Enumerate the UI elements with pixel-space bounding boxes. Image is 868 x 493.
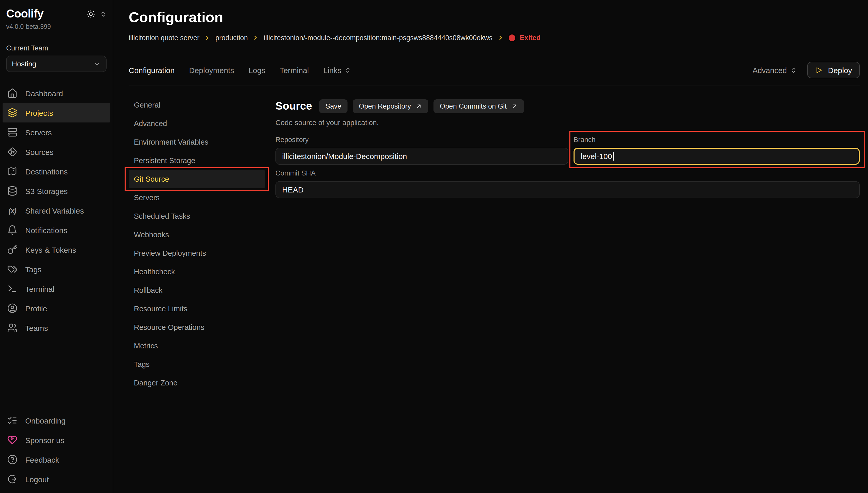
sidebar-item-s3-storages[interactable]: S3 Storages (3, 181, 110, 201)
subnav-item-tags[interactable]: Tags (129, 355, 264, 373)
branch-label: Branch (573, 136, 860, 144)
repository-input[interactable]: illicitestonion/Module-Decomposition (275, 148, 568, 165)
sidebar-item-terminal[interactable]: Terminal (3, 279, 110, 299)
theme-sun-icon[interactable] (86, 9, 95, 18)
advanced-menu[interactable]: Advanced (753, 66, 797, 74)
sidebar-item-sources[interactable]: Sources (3, 142, 110, 162)
sidebar-item-tags[interactable]: Tags (3, 259, 110, 279)
breadcrumb: illicitonion quote server production ill… (129, 33, 860, 42)
tab-links[interactable]: Links (323, 66, 351, 74)
tabs-row: Configuration Deployments Logs Terminal … (129, 62, 860, 78)
user-circle-icon (7, 303, 18, 314)
help-circle-icon (7, 454, 18, 465)
sidebar-item-label: Sources (25, 147, 54, 156)
sidebar-footer: Onboarding Sponsor us Feedback Logout (0, 411, 113, 493)
subnav-item-servers[interactable]: Servers (129, 188, 264, 207)
sidebar-item-label: Onboarding (25, 416, 66, 425)
subnav-item-git-source[interactable]: Git Source (129, 170, 264, 188)
page-title: Configuration (129, 9, 860, 26)
status: Exited (508, 34, 541, 41)
subnav-item-preview-deployments[interactable]: Preview Deployments (129, 244, 264, 262)
subnav-item-webhooks[interactable]: Webhooks (129, 226, 264, 244)
sidebar-item-label: Logout (25, 475, 49, 484)
sidebar-item-teams[interactable]: Teams (3, 318, 110, 338)
tab-deployments[interactable]: Deployments (189, 66, 234, 74)
subnav-item-resource-operations[interactable]: Resource Operations (129, 318, 264, 337)
deploy-button[interactable]: Deploy (807, 62, 860, 78)
sidebar-item-label: Destinations (25, 167, 68, 176)
tab-terminal[interactable]: Terminal (280, 66, 309, 74)
chevron-down-icon (93, 60, 101, 68)
subnav-item-resource-limits[interactable]: Resource Limits (129, 300, 264, 318)
sidebar-item-sponsor[interactable]: Sponsor us (3, 430, 110, 450)
subnav-item-general[interactable]: General (129, 96, 264, 114)
sidebar-item-profile[interactable]: Profile (3, 299, 110, 318)
bell-icon (7, 225, 18, 235)
subnav-item-healthcheck[interactable]: Healthcheck (129, 262, 264, 281)
sidebar-item-label: Keys & Tokens (25, 245, 76, 254)
subnav-item-scheduled-tasks[interactable]: Scheduled Tasks (129, 207, 264, 226)
sidebar: Coolify v4.0.0-beta.399 Current Team Hos… (0, 0, 113, 493)
chevrons-up-down-icon (344, 67, 351, 73)
save-button[interactable]: Save (319, 99, 347, 113)
chevron-right-icon (204, 34, 211, 41)
subnav-item-environment-variables[interactable]: Environment Variables (129, 133, 264, 151)
sidebar-nav: Dashboard Projects Servers Sources Desti… (0, 83, 113, 338)
sidebar-item-projects[interactable]: Projects (3, 103, 110, 123)
sidebar-item-shared-variables[interactable]: (x) Shared Variables (3, 201, 110, 220)
sidebar-item-label: Notifications (25, 226, 67, 234)
breadcrumb-project[interactable]: illicitonion quote server (129, 34, 199, 41)
tags-icon (7, 264, 18, 274)
repository-label: Repository (275, 136, 568, 144)
subnav-item-rollback[interactable]: Rollback (129, 281, 264, 300)
section-heading: Source (275, 100, 312, 112)
tabs: Configuration Deployments Logs Terminal … (129, 66, 351, 74)
breadcrumb-application[interactable]: illicitestonion/-module--decomposition:m… (264, 34, 492, 41)
branch-input[interactable]: level-100 (573, 148, 860, 165)
theme-select-chevrons-icon[interactable] (100, 10, 107, 17)
sidebar-item-label: Feedback (25, 455, 59, 464)
sidebar-item-label: S3 Storages (25, 187, 68, 195)
coolify-app: Coolify v4.0.0-beta.399 Current Team Hos… (0, 0, 868, 493)
sidebar-item-dashboard[interactable]: Dashboard (3, 83, 110, 103)
database-icon (7, 186, 18, 196)
open-repository-button[interactable]: Open Repository (353, 99, 429, 113)
sidebar-item-servers[interactable]: Servers (3, 123, 110, 142)
subnav-item-advanced[interactable]: Advanced (129, 114, 264, 133)
play-icon (815, 66, 823, 74)
breadcrumb-environment[interactable]: production (215, 34, 248, 41)
checklist-icon (7, 415, 18, 426)
sidebar-item-keys-tokens[interactable]: Keys & Tokens (3, 240, 110, 259)
team-select[interactable]: Hosting (6, 56, 107, 72)
arrow-up-right-icon (416, 103, 422, 109)
sidebar-item-label: Terminal (25, 284, 54, 293)
subnav-item-danger-zone[interactable]: Danger Zone (129, 373, 264, 392)
open-commits-button[interactable]: Open Commits on Git (434, 99, 524, 113)
logout-icon (7, 474, 18, 484)
git-source-icon (7, 147, 18, 157)
app-version: v4.0.0-beta.399 (0, 21, 113, 30)
sidebar-item-label: Teams (25, 323, 48, 332)
current-team-label: Current Team (0, 30, 113, 56)
team-select-value: Hosting (12, 60, 36, 68)
variable-icon: (x) (7, 205, 18, 216)
sidebar-item-label: Servers (25, 128, 52, 137)
chevrons-up-down-icon (790, 67, 797, 73)
sidebar-item-destinations[interactable]: Destinations (3, 162, 110, 181)
sidebar-item-feedback[interactable]: Feedback (3, 450, 110, 469)
section-description: Code source of your application. (275, 119, 860, 127)
sidebar-item-label: Dashboard (25, 89, 63, 98)
subnav-item-persistent-storage[interactable]: Persistent Storage (129, 151, 264, 170)
sidebar-item-notifications[interactable]: Notifications (3, 220, 110, 240)
status-badge: Exited (520, 34, 541, 41)
sidebar-item-label: Profile (25, 304, 47, 313)
sidebar-item-onboarding[interactable]: Onboarding (3, 411, 110, 430)
tab-configuration[interactable]: Configuration (129, 66, 174, 74)
users-icon (7, 323, 18, 333)
sidebar-item-label: Shared Variables (25, 206, 84, 215)
tab-logs[interactable]: Logs (249, 66, 266, 74)
subnav-item-metrics[interactable]: Metrics (129, 337, 264, 355)
sidebar-item-logout[interactable]: Logout (3, 469, 110, 489)
status-dot-icon (508, 34, 515, 41)
commit-sha-input[interactable]: HEAD (275, 181, 860, 198)
